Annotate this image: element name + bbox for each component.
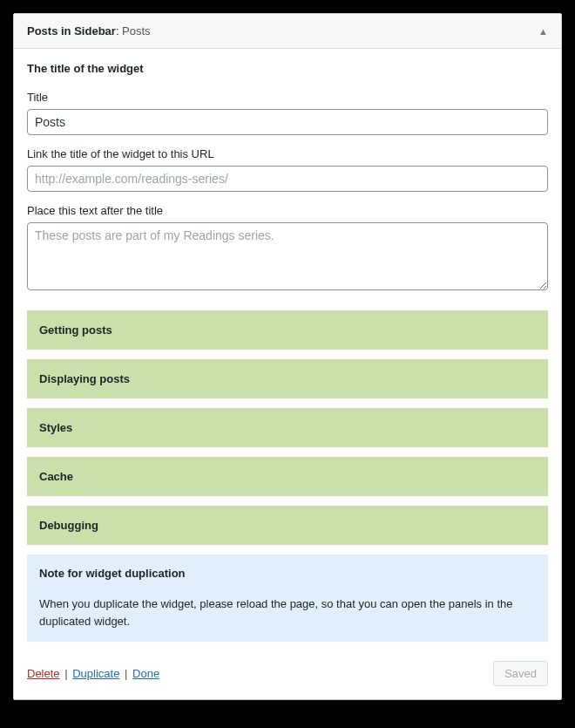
collapse-up-icon[interactable]: ▲ <box>538 26 548 37</box>
accordion-debugging[interactable]: Debugging <box>27 506 548 545</box>
separator: | <box>64 667 67 680</box>
intro-field: Place this text after the title <box>27 204 548 293</box>
title-field: Title <box>27 91 548 135</box>
widget-header[interactable]: Posts in Sidebar: Posts ▲ <box>14 14 561 49</box>
widget-footer: Delete | Duplicate | Done Saved <box>27 657 548 686</box>
saved-button: Saved <box>493 661 548 686</box>
accordion-group: Getting posts Displaying posts Styles Ca… <box>27 310 548 545</box>
accordion-label: Styles <box>39 421 72 434</box>
accordion-label: Getting posts <box>39 323 112 337</box>
section-heading: The title of the widget <box>27 62 548 75</box>
widget-container: Posts in Sidebar: Posts ▲ The title of t… <box>13 13 562 700</box>
title-label: Title <box>27 91 548 104</box>
widget-header-title: Posts in Sidebar: Posts <box>27 24 151 37</box>
intro-textarea[interactable] <box>27 222 548 290</box>
duplicate-link[interactable]: Duplicate <box>72 667 119 680</box>
note-text: When you duplicate the widget, please re… <box>39 595 536 629</box>
link-field: Link the title of the widget to this URL <box>27 147 548 192</box>
accordion-displaying-posts[interactable]: Displaying posts <box>27 359 548 398</box>
link-input[interactable] <box>27 166 548 192</box>
done-link[interactable]: Done <box>132 667 159 680</box>
accordion-label: Debugging <box>39 519 98 532</box>
accordion-styles[interactable]: Styles <box>27 408 548 447</box>
separator: | <box>125 667 127 680</box>
note-title: Note for widget duplication <box>39 567 536 580</box>
footer-links: Delete | Duplicate | Done <box>27 667 159 680</box>
title-input[interactable] <box>27 109 548 135</box>
widget-instance-title: Posts <box>122 24 151 37</box>
accordion-cache[interactable]: Cache <box>27 457 548 496</box>
widget-name: Posts in Sidebar <box>27 24 116 37</box>
link-label: Link the title of the widget to this URL <box>27 147 548 160</box>
widget-body: The title of the widget Title Link the t… <box>14 49 561 699</box>
accordion-getting-posts[interactable]: Getting posts <box>27 310 548 350</box>
intro-label: Place this text after the title <box>27 204 548 217</box>
delete-link[interactable]: Delete <box>27 667 60 680</box>
accordion-label: Cache <box>39 470 73 483</box>
note-box: Note for widget duplication When you dup… <box>27 555 548 642</box>
accordion-label: Displaying posts <box>39 372 130 385</box>
